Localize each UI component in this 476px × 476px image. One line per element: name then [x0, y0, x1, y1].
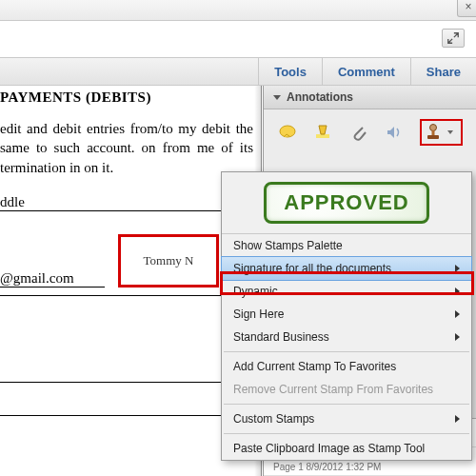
menu-signature-all-documents[interactable]: Signature for all the documents	[221, 256, 472, 281]
menu-label: Standard Business	[233, 330, 329, 344]
stamp-icon	[424, 123, 443, 142]
name-field: ddle	[0, 194, 253, 211]
menu-standard-business[interactable]: Standard Business	[222, 326, 471, 348]
chevron-down-icon	[447, 130, 453, 134]
divider	[0, 415, 253, 416]
approved-stamp-preview[interactable]: APPROVED	[222, 172, 471, 234]
menu-separator	[224, 433, 469, 434]
menu-add-favorite[interactable]: Add Current Stamp To Favorites	[222, 355, 471, 378]
menu-label: Dynamic	[233, 285, 278, 298]
menu-separator	[224, 404, 469, 405]
menu-label: Signature for all the documents	[233, 262, 391, 275]
menu-label: Custom Stamps	[233, 412, 314, 426]
stamp-tool[interactable]	[420, 119, 463, 146]
doc-heading: PAYMENTS (DEBITS)	[0, 89, 253, 106]
highlight-icon	[313, 123, 332, 142]
expand-icon	[446, 31, 460, 45]
sticky-note-icon	[278, 123, 297, 142]
signature-stamp[interactable]: Tommy N	[118, 234, 219, 288]
expand-panel-button[interactable]	[442, 29, 465, 48]
annotations-title: Annotations	[287, 90, 353, 104]
collapse-icon	[273, 95, 281, 100]
email-field: @gmail.com	[0, 270, 105, 288]
svg-rect-4	[427, 135, 439, 139]
submenu-arrow-icon	[455, 288, 460, 295]
submenu-arrow-icon	[455, 333, 460, 341]
menu-show-stamps-palette[interactable]: Show Stamps Palette	[222, 234, 471, 257]
menu-label: Paste Clipboard Image as Stamp Tool	[233, 442, 425, 455]
menu-label: Sign Here	[233, 307, 284, 321]
audio-icon	[385, 123, 404, 142]
stamp-context-menu: APPROVED Show Stamps Palette Signature f…	[221, 171, 472, 461]
menu-remove-favorite: Remove Current Stamp From Favorites	[222, 378, 471, 401]
share-tab[interactable]: Share	[410, 58, 476, 85]
annotations-panel-header[interactable]: Annotations	[264, 86, 476, 109]
window-titlebar: ×	[0, 0, 476, 21]
submenu-arrow-icon	[455, 415, 460, 423]
menu-separator	[224, 351, 469, 352]
menu-label: Add Current Stamp To Favorites	[233, 360, 396, 373]
annotation-tools-row	[264, 109, 476, 155]
audio-tool[interactable]	[385, 123, 406, 142]
menu-paste-clipboard-stamp[interactable]: Paste Clipboard Image as Stamp Tool	[222, 437, 471, 460]
menu-sign-here[interactable]: Sign Here	[222, 303, 471, 326]
sticky-note-tool[interactable]	[277, 123, 298, 142]
menu-label: Remove Current Stamp From Favorites	[233, 383, 433, 396]
divider	[0, 295, 253, 296]
svg-rect-1	[316, 134, 329, 138]
attachment-tool[interactable]	[348, 123, 369, 142]
submenu-arrow-icon	[455, 310, 460, 318]
svg-point-2	[430, 125, 437, 131]
submenu-arrow-icon	[455, 265, 460, 272]
close-window-button[interactable]: ×	[457, 0, 476, 17]
comment-meta: Page 1 8/9/2012 1:32 PM	[273, 462, 466, 472]
menu-label: Show Stamps Palette	[233, 239, 343, 252]
highlight-tool[interactable]	[313, 123, 334, 142]
divider	[0, 382, 253, 383]
approved-stamp: APPROVED	[264, 182, 428, 224]
attachment-icon	[349, 123, 368, 142]
menu-dynamic[interactable]: Dynamic	[222, 280, 471, 303]
tools-tab[interactable]: Tools	[258, 58, 322, 85]
main-toolbar: Tools Comment Share	[0, 57, 476, 86]
menu-custom-stamps[interactable]: Custom Stamps	[222, 407, 471, 430]
comment-tab[interactable]: Comment	[322, 58, 410, 85]
svg-rect-3	[432, 130, 435, 135]
doc-body-text: edit and debit entries from/to my debit …	[0, 119, 253, 177]
